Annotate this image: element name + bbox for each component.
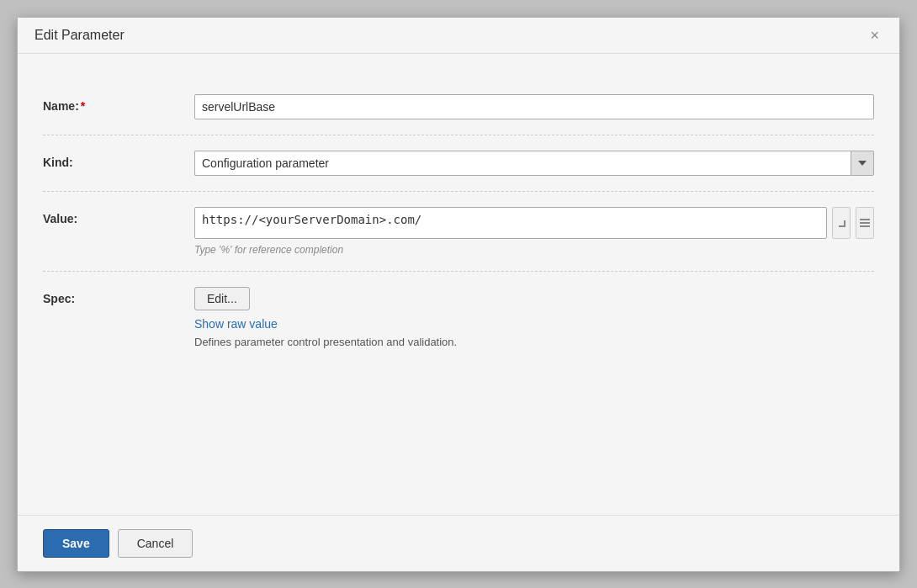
- spec-description: Defines parameter control presentation a…: [194, 336, 457, 348]
- dialog-body: Name:* Kind: Configuration parameterEnvi…: [18, 54, 899, 515]
- save-button[interactable]: Save: [43, 529, 109, 558]
- dialog-title: Edit Parameter: [34, 28, 125, 43]
- name-label: Name:*: [43, 94, 194, 113]
- kind-select-wrapper: Configuration parameterEnvironment varia…: [194, 151, 874, 176]
- dialog-footer: Save Cancel: [18, 515, 899, 571]
- multiline-toggle-button[interactable]: [856, 207, 874, 239]
- value-input-wrapper: [194, 207, 874, 239]
- value-field: Type '%' for reference completion: [194, 207, 874, 256]
- close-button[interactable]: ×: [867, 28, 883, 43]
- resize-icon: [835, 217, 847, 229]
- spec-label: Spec:: [43, 287, 194, 305]
- dialog-header: Edit Parameter ×: [18, 18, 899, 54]
- resize-handle-icon[interactable]: [832, 207, 851, 239]
- cancel-button[interactable]: Cancel: [118, 529, 193, 558]
- kind-row: Kind: Configuration parameterEnvironment…: [43, 135, 874, 192]
- name-row: Name:*: [43, 79, 874, 135]
- lines-icon: [860, 219, 870, 227]
- kind-select[interactable]: Configuration parameterEnvironment varia…: [194, 151, 851, 176]
- spec-field: Edit... Show raw value Defines parameter…: [194, 287, 874, 348]
- value-textarea[interactable]: [194, 207, 827, 239]
- value-hint: Type '%' for reference completion: [194, 244, 874, 256]
- edit-parameter-dialog: Edit Parameter × Name:* Kind: Configurat…: [17, 17, 900, 572]
- spec-row: Spec: Edit... Show raw value Defines par…: [43, 272, 874, 363]
- value-row: Value: Type '%' for referenc: [43, 192, 874, 272]
- kind-label: Kind:: [43, 151, 194, 169]
- kind-field: Configuration parameterEnvironment varia…: [194, 151, 874, 176]
- spec-edit-button[interactable]: Edit...: [194, 287, 250, 310]
- name-field: [194, 94, 874, 119]
- kind-dropdown-button[interactable]: [851, 151, 874, 176]
- value-label: Value:: [43, 207, 194, 225]
- show-raw-value-link[interactable]: Show raw value: [194, 317, 278, 331]
- name-input[interactable]: [194, 94, 874, 119]
- chevron-down-icon: [858, 161, 867, 166]
- required-indicator: *: [81, 99, 85, 113]
